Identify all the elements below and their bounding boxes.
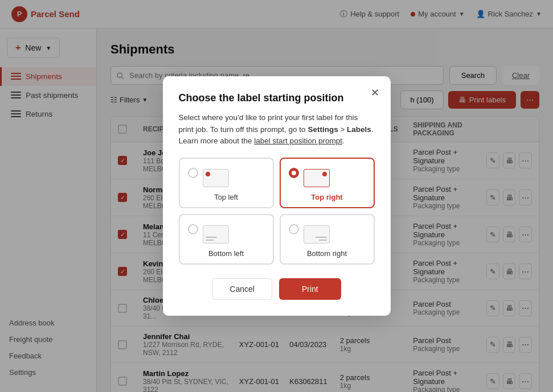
position-option-top-right[interactable]: Top right xyxy=(280,158,375,208)
position-option-bottom-left[interactable]: Bottom left xyxy=(179,214,274,265)
top-left-dot xyxy=(206,172,210,176)
modal-footer: Cancel Print xyxy=(179,278,375,300)
bottom-right-line2 xyxy=(319,240,327,241)
modal-desc-settings: Settings xyxy=(308,125,338,134)
bottom-left-line1 xyxy=(206,237,217,238)
bottom-right-line1 xyxy=(316,237,327,238)
bottom-right-lines xyxy=(316,237,327,241)
modal-description: Select where you'd like to print your fi… xyxy=(179,112,375,148)
top-right-dot xyxy=(322,172,327,176)
top-left-radio xyxy=(188,168,198,178)
modal-cancel-button[interactable]: Cancel xyxy=(212,278,272,300)
position-option-top-left[interactable]: Top left xyxy=(179,158,274,208)
position-option-bottom-right[interactable]: Bottom right xyxy=(280,214,375,265)
modal-desc-labels: Labels xyxy=(347,125,371,134)
bottom-right-label: Bottom right xyxy=(307,249,347,258)
modal-close-button[interactable]: ✕ xyxy=(371,88,379,98)
top-right-radio xyxy=(289,168,299,178)
bottom-right-visual xyxy=(304,225,330,244)
modal-overlay: Choose the label starting position ✕ Sel… xyxy=(0,0,553,392)
bottom-left-visual xyxy=(203,225,229,244)
label-position-modal: Choose the label starting position ✕ Sel… xyxy=(163,76,391,316)
modal-desc-arrow: > xyxy=(338,125,347,134)
top-left-visual xyxy=(203,169,229,187)
bottom-left-radio xyxy=(188,224,198,234)
modal-desc-link[interactable]: label start position prompt xyxy=(254,137,342,145)
top-left-label: Top left xyxy=(214,193,238,201)
top-right-visual xyxy=(304,169,330,187)
modal-title: Choose the label starting position xyxy=(179,92,375,104)
bottom-left-line2 xyxy=(206,240,214,241)
bottom-left-label: Bottom left xyxy=(208,249,244,258)
modal-print-button[interactable]: Print xyxy=(279,278,341,300)
bottom-left-lines xyxy=(206,237,217,241)
modal-desc-end: . xyxy=(342,137,345,145)
label-position-grid: Top left Top right xyxy=(179,158,375,265)
bottom-right-radio xyxy=(289,224,299,234)
top-right-label: Top right xyxy=(311,193,342,201)
